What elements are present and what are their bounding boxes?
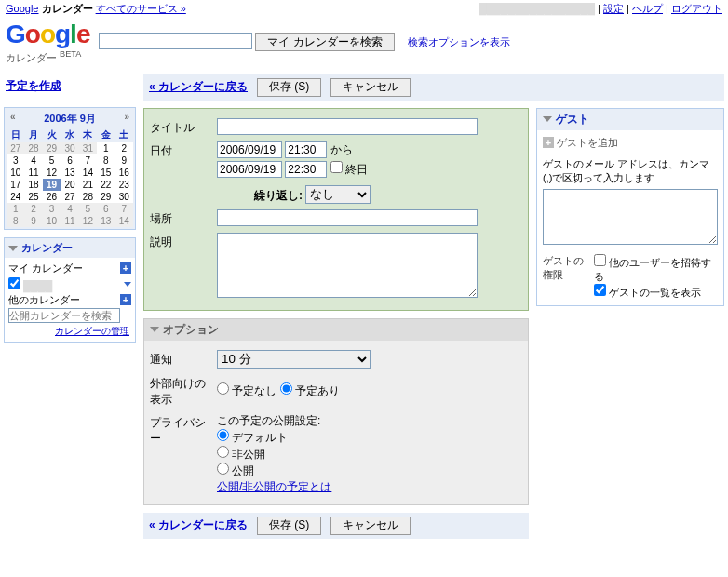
place-input[interactable] xyxy=(217,209,478,226)
privacy-help-link[interactable]: 公開/非公開の予定とは xyxy=(217,480,331,493)
calendar-day[interactable]: 29 xyxy=(43,142,61,154)
add-guest-button[interactable]: + ゲストを追加 xyxy=(543,136,718,150)
calendar-day[interactable]: 3 xyxy=(43,203,61,215)
calendar-day[interactable]: 16 xyxy=(115,167,133,179)
calendar-day[interactable]: 4 xyxy=(61,203,78,215)
calendar-day[interactable]: 31 xyxy=(79,142,97,154)
cancel-button-top[interactable]: キャンセル xyxy=(330,78,411,97)
plus-icon: + xyxy=(543,137,554,148)
calendar-day[interactable]: 8 xyxy=(97,154,115,167)
allday-label: 終日 xyxy=(345,163,368,176)
logout-link[interactable]: ログアウト xyxy=(671,3,722,14)
back-link-top[interactable]: « カレンダーに戻る xyxy=(149,79,248,95)
public-calendar-search[interactable] xyxy=(8,308,120,323)
calendar-day[interactable]: 12 xyxy=(43,167,61,179)
calendar-day[interactable]: 11 xyxy=(24,167,42,179)
end-time-input[interactable] xyxy=(285,161,327,178)
save-button-bottom[interactable]: 保存 (S) xyxy=(257,517,321,535)
options-collapse-icon[interactable] xyxy=(150,327,159,332)
calendar-day[interactable]: 25 xyxy=(24,191,42,203)
calendar-day[interactable]: 3 xyxy=(7,154,24,167)
calendar-day[interactable]: 10 xyxy=(7,167,24,179)
event-details-section: タイトル 日付 から 終日 xyxy=(143,108,529,311)
manage-calendars-link[interactable]: カレンダーの管理 xyxy=(8,323,131,340)
end-date-input[interactable] xyxy=(217,161,282,178)
collapse-icon[interactable] xyxy=(8,246,18,251)
calendar-day[interactable]: 2 xyxy=(24,203,42,215)
settings-link[interactable]: 設定 xyxy=(603,3,624,14)
calendar-day[interactable]: 1 xyxy=(7,203,24,215)
calendar-day[interactable]: 28 xyxy=(24,142,42,154)
calendar-day[interactable]: 12 xyxy=(79,215,97,227)
cancel-button-bottom[interactable]: キャンセル xyxy=(330,517,411,535)
guest-emails-input[interactable] xyxy=(543,189,718,245)
calendar-day[interactable]: 13 xyxy=(61,167,78,179)
calendar-day[interactable]: 18 xyxy=(24,179,42,191)
calendar-day[interactable]: 30 xyxy=(115,191,133,203)
help-link[interactable]: ヘルプ xyxy=(632,3,663,14)
calendar-day[interactable]: 7 xyxy=(115,203,133,215)
calendar-day[interactable]: 9 xyxy=(115,154,133,167)
calendar-menu-icon[interactable] xyxy=(124,282,131,287)
calendar-checkbox[interactable] xyxy=(8,277,20,289)
all-services-link[interactable]: すべてのサービス » xyxy=(96,3,186,14)
guest-viewlist-checkbox[interactable] xyxy=(594,284,606,296)
add-other-calendar-icon[interactable]: + xyxy=(120,294,131,305)
calendar-day[interactable]: 13 xyxy=(97,215,115,227)
calendar-day[interactable]: 19 xyxy=(43,179,61,191)
search-input[interactable] xyxy=(99,33,252,49)
calendar-day[interactable]: 23 xyxy=(115,179,133,191)
calendar-day[interactable]: 4 xyxy=(24,154,42,167)
save-button-top[interactable]: 保存 (S) xyxy=(257,78,321,97)
google-link[interactable]: Google xyxy=(6,3,38,14)
privacy-private-radio[interactable] xyxy=(217,446,229,458)
desc-input[interactable] xyxy=(217,233,478,298)
calendar-day[interactable]: 22 xyxy=(97,179,115,191)
calendar-day[interactable]: 14 xyxy=(115,215,133,227)
calendar-day[interactable]: 30 xyxy=(61,142,78,154)
privacy-public-radio[interactable] xyxy=(217,463,229,475)
calendar-day[interactable]: 24 xyxy=(7,191,24,203)
privacy-label: プライバシー xyxy=(150,413,215,495)
calendar-day[interactable]: 29 xyxy=(97,191,115,203)
calendar-day[interactable]: 8 xyxy=(7,215,24,227)
calendar-day[interactable]: 7 xyxy=(79,154,97,167)
calendar-day[interactable]: 20 xyxy=(61,179,78,191)
calendar-day[interactable]: 9 xyxy=(24,215,42,227)
repeat-select[interactable]: なし xyxy=(305,185,371,204)
calendar-day[interactable]: 15 xyxy=(97,167,115,179)
noplans-radio[interactable] xyxy=(217,382,229,395)
calendar-day[interactable]: 2 xyxy=(115,142,133,154)
allday-checkbox[interactable] xyxy=(330,161,343,173)
calendar-day[interactable]: 6 xyxy=(97,203,115,215)
create-event-link[interactable]: 予定を作成 xyxy=(4,74,136,98)
calendar-day[interactable]: 10 xyxy=(43,215,61,227)
calendar-day[interactable]: 11 xyxy=(61,215,78,227)
notify-select[interactable]: 10 分 xyxy=(217,350,371,369)
back-link-bottom[interactable]: « カレンダーに戻る xyxy=(149,517,248,533)
calendar-day[interactable]: 6 xyxy=(61,154,78,167)
my-calendars-label: マイ カレンダー xyxy=(8,262,83,275)
guests-collapse-icon[interactable] xyxy=(543,116,552,122)
calendar-day[interactable]: 21 xyxy=(79,179,97,191)
add-my-calendar-icon[interactable]: + xyxy=(120,262,131,274)
search-options-link[interactable]: 検索オプションを表示 xyxy=(408,36,510,47)
search-button[interactable]: マイ カレンダーを検索 xyxy=(255,33,395,51)
calendar-day[interactable]: 5 xyxy=(43,154,61,167)
calendar-day[interactable]: 26 xyxy=(43,191,61,203)
calendar-day[interactable]: 28 xyxy=(79,191,97,203)
calendar-day[interactable]: 1 xyxy=(97,142,115,154)
guest-invite-checkbox[interactable] xyxy=(594,254,606,266)
privacy-default-radio[interactable] xyxy=(217,429,229,441)
prev-month-icon[interactable]: « xyxy=(10,112,16,122)
title-input[interactable] xyxy=(217,118,478,135)
calendar-day[interactable]: 5 xyxy=(79,203,97,215)
calendar-day[interactable]: 27 xyxy=(7,142,24,154)
start-time-input[interactable] xyxy=(285,141,327,158)
calendar-day[interactable]: 14 xyxy=(79,167,97,179)
hasplans-radio[interactable] xyxy=(280,382,292,395)
next-month-icon[interactable]: » xyxy=(124,112,129,122)
calendar-day[interactable]: 17 xyxy=(7,179,24,191)
start-date-input[interactable] xyxy=(217,141,282,158)
calendar-day[interactable]: 27 xyxy=(61,191,78,203)
